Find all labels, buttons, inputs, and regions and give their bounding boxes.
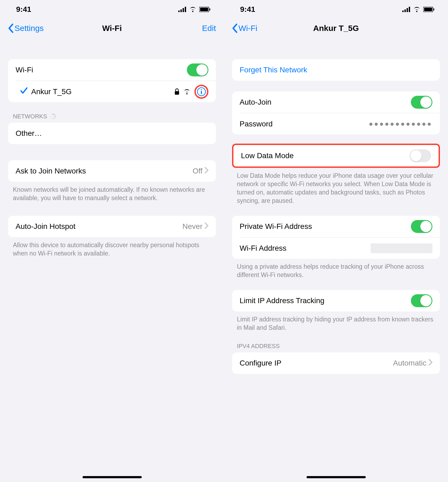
private-footer: Using a private address helps reduce tra… [237,263,435,279]
private-address-toggle[interactable] [411,220,432,233]
battery-icon [199,7,211,12]
networks-header: NETWORKS [13,113,211,120]
svg-rect-25 [433,8,434,10]
ask-value: Off [193,167,202,175]
home-indicator [307,476,366,478]
private-address-row: Private Wi-Fi Address [232,216,440,237]
ask-to-join-group: Ask to Join Networks Off [8,160,216,182]
hotspot-label: Auto-Join Hotspot [16,222,182,231]
chevron-left-icon [232,24,237,33]
checkmark-icon [20,87,28,96]
lowdata-toggle[interactable] [410,149,431,162]
svg-rect-6 [209,8,210,10]
svg-rect-11 [53,114,53,115]
limit-ip-toggle[interactable] [411,294,432,307]
chevron-right-icon [205,167,208,175]
lowdata-row: Low Data Mode [233,145,439,166]
configure-ip-label: Configure IP [240,359,393,367]
back-label: Settings [15,24,44,33]
other-network-row[interactable]: Other… [8,123,216,144]
wifi-signal-icon [183,89,191,94]
back-button[interactable]: Settings [8,24,44,33]
hotspot-footer: Allow this device to automatically disco… [13,241,211,258]
limit-ip-row: Limit IP Address Tracking [232,290,440,311]
forget-label: Forget This Network [240,66,432,74]
wifi-icon [189,7,197,12]
lowdata-group: Low Data Mode [232,144,440,168]
chevron-right-icon [205,222,208,231]
autojoin-toggle[interactable] [411,96,432,109]
spinner-icon [50,113,56,120]
svg-rect-7 [175,91,179,95]
ipv4-header: IPV4 ADDRESS [237,343,435,350]
svg-point-9 [201,89,202,90]
wifi-main-group: Wi-Fi Ankur T_5G [8,59,216,102]
autojoin-group: Auto-Join Password ●●●●●●●●●●●● [232,91,440,134]
svg-rect-22 [409,7,410,12]
cellular-icon [178,7,186,12]
svg-rect-16 [51,118,52,119]
ask-footer: Known networks will be joined automatica… [13,186,211,202]
wifi-toggle-row: Wi-Fi [8,59,216,81]
lowdata-footer: Low Data Mode helps reduce your iPhone d… [237,172,435,205]
svg-rect-20 [404,9,406,12]
page-title: Ankur T_5G [224,24,448,33]
connected-network-row[interactable]: Ankur T_5G [16,81,216,102]
network-name: Ankur T_5G [31,87,171,96]
wifi-address-row: Wi-Fi Address [240,237,440,259]
limit-ip-footer: Limit IP address tracking by hiding your… [237,315,435,332]
status-indicators [178,7,211,12]
nav-bar: Settings Wi-Fi Edit [0,19,224,38]
svg-rect-19 [402,10,404,12]
networks-group: Other… [8,123,216,144]
forget-group: Forget This Network [232,59,440,81]
private-address-label: Private Wi-Fi Address [240,222,411,231]
status-indicators [402,7,435,12]
password-row[interactable]: Password ●●●●●●●●●●●● [240,113,440,134]
wifi-address-value-redacted [371,243,432,253]
svg-rect-24 [424,8,432,11]
back-button[interactable]: Wi-Fi [232,24,257,33]
forget-button[interactable]: Forget This Network [232,59,440,81]
back-label: Wi-Fi [239,24,257,33]
autojoin-row: Auto-Join [232,91,440,113]
wifi-toggle[interactable] [187,63,208,76]
svg-rect-14 [54,118,55,119]
chevron-left-icon [8,24,13,33]
autojoin-label: Auto-Join [240,98,411,107]
svg-rect-3 [185,7,186,12]
other-label: Other… [16,129,208,138]
password-label: Password [240,120,369,128]
svg-rect-2 [183,8,184,12]
hotspot-row[interactable]: Auto-Join Hotspot Never [8,216,216,237]
hotspot-value: Never [182,222,202,231]
network-trailing [175,85,208,99]
ask-label: Ask to Join Networks [16,167,193,175]
edit-button[interactable]: Edit [202,24,216,33]
wifi-icon [413,7,421,12]
wifi-label: Wi-Fi [16,66,187,74]
nav-bar: Wi-Fi Ankur T_5G [224,19,448,38]
svg-rect-12 [54,114,55,116]
svg-rect-1 [180,9,182,12]
limit-ip-label: Limit IP Address Tracking [240,296,411,305]
password-dots: ●●●●●●●●●●●● [369,120,432,128]
private-address-group: Private Wi-Fi Address Wi-Fi Address [232,216,440,259]
battery-icon [423,7,435,12]
svg-rect-5 [200,8,208,11]
svg-rect-15 [53,118,53,119]
svg-rect-10 [201,91,202,94]
status-time: 9:41 [240,5,255,14]
ipv4-group: Configure IP Automatic [232,352,440,374]
ask-to-join-row[interactable]: Ask to Join Networks Off [8,160,216,182]
screen-network-detail: 9:41 Wi-Fi Ankur T_5G Forget This Networ… [224,0,448,482]
configure-ip-row[interactable]: Configure IP Automatic [232,352,440,374]
home-indicator [83,476,142,478]
cellular-icon [402,7,410,12]
hotspot-group: Auto-Join Hotspot Never [8,216,216,237]
chevron-right-icon [429,359,432,367]
svg-rect-17 [50,116,51,117]
svg-rect-18 [51,114,52,116]
info-icon[interactable] [197,87,206,96]
status-bar: 9:41 [224,0,448,19]
